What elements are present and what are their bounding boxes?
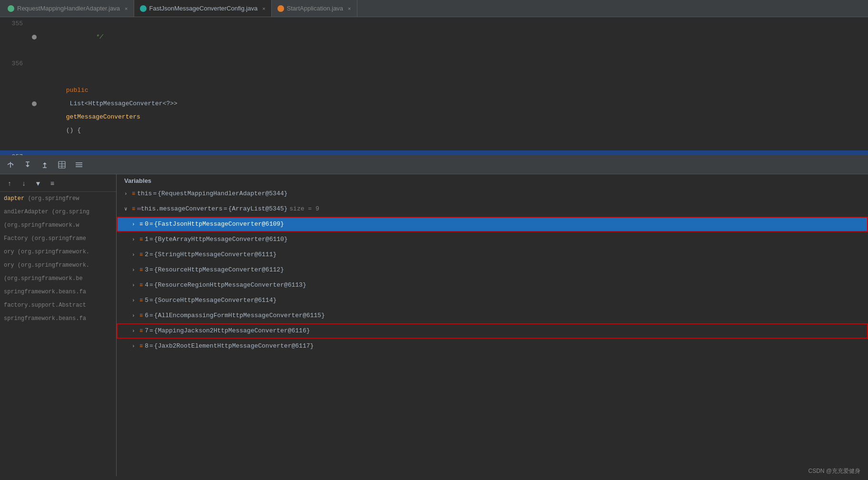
expand-arrow-this: › xyxy=(124,188,132,200)
variables-header: Variables xyxy=(117,174,868,186)
var-equals-this: = xyxy=(153,188,157,200)
call-stack-item-3[interactable]: Factory (org.springframe xyxy=(0,232,116,245)
tab-close-start-application[interactable]: × xyxy=(348,6,351,11)
var-icon-4: ≡ xyxy=(139,280,143,291)
var-item-8[interactable]: › ≡ 8 = {Jaxb2RootElementHttpMessageConv… xyxy=(117,339,868,354)
var-icon-3: ≡ xyxy=(139,264,143,276)
stack-method-0: dapter xyxy=(4,195,24,202)
var-item-1[interactable]: › ≡ 1 = {ByteArrayHttpMessageConverter@6… xyxy=(117,232,868,247)
svg-marker-2 xyxy=(43,162,47,164)
more-options-button[interactable] xyxy=(72,158,86,171)
var-name-mc-text: this.messageConverters xyxy=(141,203,223,215)
table-view-button[interactable] xyxy=(55,158,69,171)
variables-section: Variables › ≡ this = {RequestMappingHand… xyxy=(117,174,868,476)
var-equals-3: = xyxy=(149,264,153,276)
nav-up-button[interactable]: ↑ xyxy=(4,178,15,190)
nav-down-button[interactable]: ↓ xyxy=(18,178,30,190)
var-name-5: 5 xyxy=(145,295,148,306)
var-icon-this: ≡ xyxy=(132,188,135,200)
tab-icon-orange xyxy=(277,5,284,12)
var-value-5: {SourceHttpMessageConverter@6114} xyxy=(154,295,276,306)
expand-arrow-mc: ∨ xyxy=(124,203,132,215)
call-stack-item-4[interactable]: ory (org.springframework. xyxy=(0,245,116,259)
stack-package-5: ory (org.springframework. xyxy=(4,262,89,269)
var-item-5[interactable]: › ≡ 5 = {SourceHttpMessageConverter@6114… xyxy=(117,293,868,308)
var-item-0[interactable]: › ≡ 0 = {FastJsonHttpMessageConverter@61… xyxy=(117,217,868,232)
variables-list[interactable]: › ≡ this = {RequestMappingHandlerAdapter… xyxy=(117,186,868,476)
code-content-356: public List<HttpMessageConverter<?>> get… xyxy=(40,57,868,150)
stack-package-3: Factory (org.springframe xyxy=(4,235,86,242)
call-stack-item-0[interactable]: dapter (org.springfrew xyxy=(0,192,116,205)
code-content-355: */ xyxy=(40,17,868,57)
var-item-4[interactable]: › ≡ 4 = {ResourceRegionHttpMessageConver… xyxy=(117,278,868,293)
step-over-button[interactable] xyxy=(4,158,17,171)
call-stack-item-8[interactable]: factory.support.Abstract xyxy=(0,299,116,312)
var-value-8: {Jaxb2RootElementHttpMessageConverter@61… xyxy=(154,340,314,352)
var-name-1: 1 xyxy=(145,234,148,245)
stack-package-9: springframework.beans.fa xyxy=(4,315,86,322)
stack-package-0: (org.springfrew xyxy=(28,195,79,202)
var-item-7[interactable]: › ≡ 7 = {MappingJackson2HttpMessageConve… xyxy=(117,323,868,339)
expand-arrow-8: › xyxy=(132,340,139,352)
tab-request-mapping[interactable]: RequestMappingHandlerAdapter.java × xyxy=(2,0,134,17)
call-stack-item-7[interactable]: springframework.beans.fa xyxy=(0,285,116,299)
tab-close-fastjson[interactable]: × xyxy=(262,6,265,11)
code-content-357: return this. messageConverters; messageC… xyxy=(40,150,868,155)
call-stack-item-5[interactable]: ory (org.springframework. xyxy=(0,259,116,272)
code-paren-356: () { xyxy=(66,127,81,134)
var-item-3[interactable]: › ≡ 3 = {ResourceHttpMessageConverter@61… xyxy=(117,262,868,278)
call-stack-nav: ↑ ↓ ▼ ≡ xyxy=(0,176,116,192)
tab-label-fastjson: FastJsonMessageConverterConfig.java xyxy=(149,5,258,12)
code-line-356: 356 public List<HttpMessageConverter<?>>… xyxy=(0,57,868,150)
nav-filter-button[interactable]: ▼ xyxy=(32,178,44,190)
call-stack-item-9[interactable]: springframework.beans.fa xyxy=(0,312,116,325)
expand-arrow-3: › xyxy=(132,264,139,276)
var-icon-1: ≡ xyxy=(139,234,143,245)
code-line-355: 355 */ xyxy=(0,17,868,57)
method-name-356: getMessageConverters xyxy=(66,113,140,120)
call-stack-item-6[interactable]: (org.springframework.be xyxy=(0,272,116,285)
stack-package-7: springframework.beans.fa xyxy=(4,289,86,295)
stack-package-2: (org.springframework.w xyxy=(4,222,79,229)
watermark: CSDN @充充爱健身 xyxy=(808,467,860,475)
keyword-public-356: public xyxy=(66,87,89,94)
tab-close-request-mapping[interactable]: × xyxy=(125,6,128,11)
call-stack-item-2[interactable]: (org.springframework.w xyxy=(0,219,116,232)
tab-start-application[interactable]: StartApplication.java × xyxy=(272,0,357,17)
call-stack-item-1[interactable]: andlerAdapter (org.spring xyxy=(0,205,116,219)
var-item-this[interactable]: › ≡ this = {RequestMappingHandlerAdapter… xyxy=(117,186,868,201)
nav-expand-button[interactable]: ≡ xyxy=(47,178,58,190)
var-value-this: {RequestMappingHandlerAdapter@5344} xyxy=(158,188,287,200)
var-item-message-converters[interactable]: ∨ ≡ ∞ this.messageConverters = {ArrayLis… xyxy=(117,201,868,217)
step-into-button[interactable] xyxy=(21,158,34,171)
var-name-2: 2 xyxy=(145,249,148,260)
expand-arrow-4: › xyxy=(132,280,139,291)
var-icon-6: ≡ xyxy=(139,310,143,321)
var-equals-2: = xyxy=(149,249,153,260)
expand-arrow-5: › xyxy=(132,295,139,306)
svg-marker-1 xyxy=(26,165,30,167)
expand-arrow-6: › xyxy=(132,310,139,321)
line-number-355: 355 xyxy=(0,17,29,57)
call-stack: ↑ ↓ ▼ ≡ dapter (org.springfrew andlerAda… xyxy=(0,174,117,476)
var-icon-5: ≡ xyxy=(139,295,143,306)
var-equals-6: = xyxy=(149,310,153,321)
line-gutter-355 xyxy=(29,17,40,57)
var-equals-4: = xyxy=(149,280,153,291)
tab-label-start-application: StartApplication.java xyxy=(287,5,344,12)
step-out-button[interactable] xyxy=(38,158,51,171)
var-item-6[interactable]: › ≡ 6 = {AllEncompassingFormHttpMessageC… xyxy=(117,308,868,323)
gutter-dot-355 xyxy=(32,35,37,40)
var-equals-7: = xyxy=(149,325,153,337)
tab-icon-teal xyxy=(140,5,147,12)
var-name-6: 6 xyxy=(145,310,148,321)
var-value-2: {StringHttpMessageConverter@6111} xyxy=(154,249,276,260)
tab-fastjson[interactable]: FastJsonMessageConverterConfig.java × xyxy=(134,0,272,17)
var-icon-7: ≡ xyxy=(139,325,143,337)
line-gutter-357: 🔴 xyxy=(29,150,40,155)
stack-package-6: (org.springframework.be xyxy=(4,275,83,282)
code-indent-356 xyxy=(66,73,81,80)
var-equals-5: = xyxy=(149,295,153,306)
var-item-2[interactable]: › ≡ 2 = {StringHttpMessageConverter@6111… xyxy=(117,247,868,262)
var-name-this: this xyxy=(137,188,152,200)
